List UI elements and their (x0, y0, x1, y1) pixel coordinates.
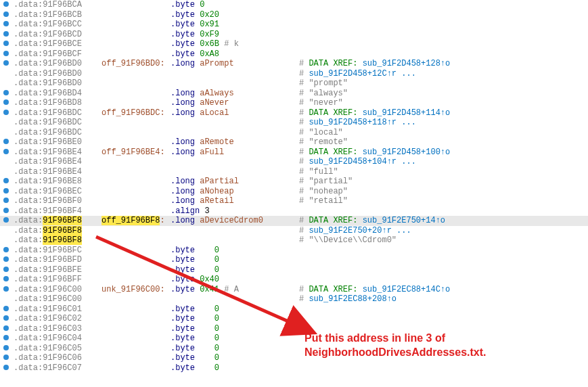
breakpoint-marker[interactable] (3, 20, 11, 28)
comment-string: "remote" (309, 137, 348, 147)
breakpoint-marker[interactable] (3, 168, 11, 176)
asm-line[interactable]: .data:91F96C00unk_91F96C00:.byte 0x41 # … (0, 285, 588, 295)
address-column: .data:91F96BDC (14, 118, 101, 128)
asm-line[interactable]: .data:91F96BCF.byte 0xA8 (0, 49, 588, 60)
segment: .data: (14, 147, 43, 157)
breakpoint-marker[interactable] (3, 109, 11, 117)
asm-line[interactable]: .data:91F96BDC# sub_91F2D458+118↑r ... (0, 118, 588, 128)
asm-line[interactable]: .data:91F96BE4# "full" (0, 167, 588, 177)
asm-line[interactable]: .data:91F96BCA.byte 0 (0, 0, 588, 10)
breakpoint-marker[interactable] (3, 295, 11, 303)
asm-line[interactable]: .data:91F96C04.byte 0 (0, 334, 588, 344)
asm-line[interactable]: .data:91F96BD0# sub_91F2D458+12C↑r ... (0, 69, 588, 79)
mnemonic: .long (171, 177, 200, 186)
address-column: .data:91F96BEC (14, 187, 101, 197)
breakpoint-marker[interactable] (3, 79, 11, 87)
breakpoint-marker[interactable] (3, 158, 11, 166)
asm-line[interactable]: .data:91F96BCB.byte 0x20 (0, 10, 588, 20)
asm-line[interactable]: .data:91F96C02.byte 0 (0, 314, 588, 324)
asm-line[interactable]: .data:91F96BCD.byte 0xF9 (0, 30, 588, 40)
comment-column: # sub_91F2D458+118↑r ... (299, 118, 416, 128)
breakpoint-marker[interactable] (3, 217, 11, 225)
breakpoint-marker[interactable] (3, 315, 11, 323)
asm-line[interactable]: .data:91F96BFC.byte 0 (0, 246, 588, 256)
asm-line[interactable]: .data:91F96BDCoff_91F96BDC:.long aLocal#… (0, 108, 588, 118)
breakpoint-marker[interactable] (3, 60, 11, 68)
operand-number: 0xF9 (200, 30, 219, 39)
breakpoint-marker[interactable] (3, 89, 11, 97)
asm-line[interactable]: .data:91F96BFD.byte 0 (0, 255, 588, 265)
xref-target[interactable]: sub_91F2D458+12C↑r ... (309, 69, 415, 78)
asm-line[interactable]: .data:91F96BFF.byte 0x40 (0, 275, 588, 285)
asm-line[interactable]: .data:91F96BF8# sub_91F2E750+20↑r ... (0, 226, 588, 236)
breakpoint-marker[interactable] (3, 70, 11, 78)
asm-line[interactable]: .data:91F96BCE.byte 0x6B # k (0, 39, 588, 49)
breakpoint-marker[interactable] (3, 207, 11, 215)
asm-line[interactable]: .data:91F96C07.byte 0 (0, 363, 588, 373)
asm-line[interactable]: .data:91F96BE0.long aRemote# "remote" (0, 137, 588, 147)
breakpoint-marker[interactable] (3, 364, 11, 372)
breakpoint-marker[interactable] (3, 11, 11, 19)
address: 91F96BF8 (43, 235, 82, 245)
asm-line[interactable]: .data:91F96BE4# sub_91F2D458+104↑r ... (0, 157, 588, 167)
breakpoint-marker[interactable] (3, 305, 11, 313)
breakpoint-marker[interactable] (3, 118, 11, 127)
xref-target[interactable]: sub_91F2D458+118↑r ... (309, 118, 415, 127)
asm-line[interactable]: .data:91F96BD0off_91F96BD0:.long aPrompt… (0, 59, 588, 69)
breakpoint-marker[interactable] (3, 286, 11, 294)
segment: .data: (14, 128, 43, 137)
xref-target[interactable]: sub_91F2D458+114↑o (363, 108, 451, 118)
xref-target[interactable]: sub_91F2EC88+14C↑o (363, 285, 451, 294)
breakpoint-marker[interactable] (3, 256, 11, 264)
breakpoint-marker[interactable] (3, 334, 11, 342)
comment-column: # "remote" (299, 137, 348, 147)
asm-line[interactable]: .data:91F96BDC# "local" (0, 128, 588, 138)
breakpoint-marker[interactable] (3, 197, 11, 205)
breakpoint-marker[interactable] (3, 50, 11, 58)
breakpoint-marker[interactable] (3, 187, 11, 196)
asm-line[interactable]: .data:91F96C01.byte 0 (0, 304, 588, 315)
asm-line[interactable]: .data:91F96BF0.long aRetail# "retail" (0, 196, 588, 206)
asm-line[interactable]: .data:91F96C03.byte 0 (0, 324, 588, 334)
xref-target[interactable]: sub_91F2E750+20↑r ... (309, 226, 411, 235)
xref-target[interactable]: sub_91F2EC88+208↑o (309, 294, 397, 304)
asm-line[interactable]: .data:91F96BFE.byte 0 (0, 265, 588, 275)
mnemonic: .byte (171, 344, 200, 353)
breakpoint-marker[interactable] (3, 275, 11, 283)
breakpoint-marker[interactable] (3, 266, 11, 274)
breakpoint-marker[interactable] (3, 129, 11, 137)
breakpoint-marker[interactable] (3, 227, 11, 235)
breakpoint-marker[interactable] (3, 148, 11, 156)
breakpoint-marker[interactable] (3, 344, 11, 352)
asm-line[interactable]: .data:91F96BEC.long aNoheap# "noheap" (0, 187, 588, 197)
breakpoint-marker[interactable] (3, 138, 11, 146)
breakpoint-marker[interactable] (3, 1, 11, 9)
asm-line[interactable]: .data:91F96BD4.long aAlways# "always" (0, 89, 588, 99)
asm-line[interactable]: .data:91F96BE8.long aPartial# "partial" (0, 177, 588, 187)
xref-target[interactable]: sub_91F2D458+100↑o (363, 147, 451, 157)
breakpoint-marker[interactable] (3, 325, 11, 333)
asm-line[interactable]: .data:91F96BCC.byte 0x91 (0, 20, 588, 30)
disassembly-listing[interactable]: .data:91F96BCA.byte 0.data:91F96BCB.byte… (0, 0, 588, 373)
asm-line[interactable]: .data:91F96BF8# "\\Device\\Cdrom0" (0, 235, 588, 246)
breakpoint-marker[interactable] (3, 30, 11, 39)
breakpoint-marker[interactable] (3, 40, 11, 48)
breakpoint-marker[interactable] (3, 354, 11, 362)
asm-line[interactable]: .data:91F96BD0# "prompt" (0, 78, 588, 89)
asm-line[interactable]: .data:91F96BE4off_91F96BE4:.long aFull# … (0, 147, 588, 158)
breakpoint-marker[interactable] (3, 246, 11, 254)
breakpoint-marker[interactable] (3, 236, 11, 244)
comment-column: # "noheap" (299, 187, 348, 197)
breakpoint-marker[interactable] (3, 177, 11, 185)
comment-column: # "retail" (299, 196, 348, 206)
xref-target[interactable]: sub_91F2D458+104↑r ... (309, 157, 415, 166)
asm-line[interactable]: .data:91F96BD8.long aNever# "never" (0, 98, 588, 108)
asm-line[interactable]: .data:91F96C05.byte 0 (0, 344, 588, 354)
breakpoint-marker[interactable] (3, 99, 11, 107)
asm-line[interactable]: .data:91F96BF4.align 3 (0, 206, 588, 217)
xref-target[interactable]: sub_91F2E750+14↑o (363, 216, 445, 225)
xref-target[interactable]: sub_91F2D458+128↑o (363, 59, 451, 68)
asm-line[interactable]: .data:91F96C00# sub_91F2EC88+208↑o (0, 294, 588, 304)
asm-line[interactable]: .data:91F96C06.byte 0 (0, 353, 588, 363)
asm-line[interactable]: .data:91F96BF8off_91F96BF8:.long aDevice… (0, 216, 588, 226)
